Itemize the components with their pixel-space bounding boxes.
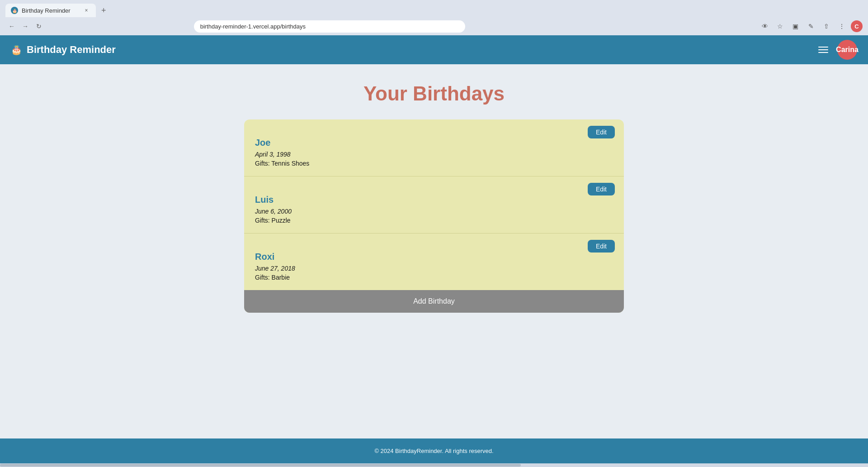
person-gifts-roxi: Gifts: Barbie	[255, 274, 613, 281]
nav-buttons: ← → ↻	[5, 20, 45, 33]
birthday-entry-joe: Edit Joe April 3, 1998 Gifts: Tennis Sho…	[244, 119, 624, 176]
page-title: Your Birthdays	[363, 82, 505, 105]
person-gifts-luis: Gifts: Puzzle	[255, 217, 613, 224]
new-tab-button[interactable]: +	[98, 4, 110, 17]
birthdays-card: Edit Joe April 3, 1998 Gifts: Tennis Sho…	[244, 119, 624, 313]
share-button[interactable]: ⇧	[820, 20, 833, 33]
menu-button[interactable]: ⋮	[835, 20, 848, 33]
hamburger-menu-button[interactable]	[816, 45, 830, 55]
header-right: Carina	[816, 40, 857, 60]
tab-bar: 🎂 Birthday Reminder × +	[0, 0, 868, 17]
address-bar-row: ← → ↻ 👁 ☆ ▣ ✎ ⇧ ⋮ C	[0, 17, 868, 35]
browser-profile-avatar[interactable]: C	[851, 20, 863, 32]
back-button[interactable]: ←	[5, 20, 18, 33]
star-button[interactable]: ☆	[774, 20, 787, 33]
tab-title: Birthday Reminder	[22, 7, 79, 14]
birthday-entry-roxi: Edit Roxi June 27, 2018 Gifts: Barbie	[244, 234, 624, 290]
tab-close-button[interactable]: ×	[82, 6, 90, 14]
app-footer: © 2024 BirthdayReminder. All rights rese…	[0, 438, 868, 463]
scrollbar-thumb[interactable]	[0, 464, 521, 467]
cake-icon: 🎂	[11, 44, 22, 55]
edit-page-button[interactable]: ✎	[805, 20, 817, 33]
refresh-button[interactable]: ↻	[33, 20, 45, 33]
add-birthday-button[interactable]: Add Birthday	[244, 290, 624, 313]
main-content: Your Birthdays Edit Joe April 3, 1998 Gi…	[0, 64, 868, 438]
person-name-roxi: Roxi	[255, 252, 613, 262]
svg-text:🎂: 🎂	[12, 8, 18, 14]
address-input[interactable]	[194, 20, 465, 33]
person-date-joe: April 3, 1998	[255, 151, 613, 158]
browser-chrome: 🎂 Birthday Reminder × + ← → ↻ 👁 ☆ ▣ ✎ ⇧ …	[0, 0, 868, 35]
app-header: 🎂 Birthday Reminder Carina	[0, 35, 868, 64]
hamburger-line-1	[818, 47, 828, 48]
person-name-luis: Luis	[255, 195, 613, 205]
edit-button-joe[interactable]: Edit	[588, 126, 615, 138]
birthday-entry-luis: Edit Luis June 6, 2000 Gifts: Puzzle	[244, 176, 624, 234]
app-wrapper: 🎂 Birthday Reminder Carina Your Birthday…	[0, 35, 868, 463]
browser-actions: 👁 ☆ ▣ ✎ ⇧ ⋮ C	[759, 20, 863, 33]
brand-title: Birthday Reminder	[27, 44, 116, 56]
active-tab[interactable]: 🎂 Birthday Reminder ×	[5, 4, 96, 17]
forward-button[interactable]: →	[19, 20, 32, 33]
footer-copyright: © 2024 BirthdayReminder. All rights rese…	[374, 448, 493, 454]
tab-favicon: 🎂	[11, 7, 18, 14]
edit-button-luis[interactable]: Edit	[588, 183, 615, 195]
eye-icon-button[interactable]: 👁	[759, 20, 771, 33]
browser-scrollbar[interactable]	[0, 463, 868, 467]
person-date-roxi: June 27, 2018	[255, 265, 613, 272]
person-gifts-joe: Gifts: Tennis Shoes	[255, 160, 613, 167]
hamburger-line-2	[818, 49, 828, 50]
header-brand: 🎂 Birthday Reminder	[11, 44, 116, 56]
user-avatar[interactable]: Carina	[837, 40, 857, 60]
extension-button[interactable]: ▣	[789, 20, 802, 33]
hamburger-line-3	[818, 52, 828, 53]
person-name-joe: Joe	[255, 138, 613, 148]
edit-button-roxi[interactable]: Edit	[588, 240, 615, 253]
person-date-luis: June 6, 2000	[255, 208, 613, 215]
